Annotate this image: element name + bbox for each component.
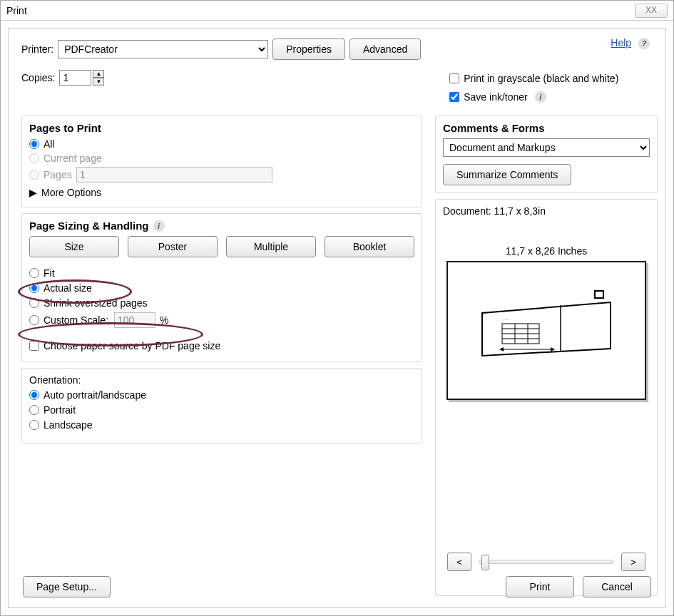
preview-caption: 11,7 x 8,26 Inches xyxy=(506,245,587,257)
fit-radio[interactable] xyxy=(29,268,39,278)
svg-marker-0 xyxy=(482,302,611,356)
preview-slider-thumb[interactable] xyxy=(481,555,489,570)
comments-select[interactable]: Document and Markups xyxy=(443,138,650,157)
cancel-button[interactable]: Cancel xyxy=(583,576,651,597)
custom-scale-label: Custom Scale: xyxy=(44,314,108,326)
pages-range-row: Pages xyxy=(29,167,414,183)
svg-text:···: ··· xyxy=(598,299,601,303)
orient-landscape-row: Landscape xyxy=(29,419,414,431)
print-dialog: Print XX Help ? Printer: PDFCreator Prop… xyxy=(0,0,674,616)
fit-label: Fit xyxy=(44,267,55,279)
fit-row: Fit xyxy=(29,267,414,279)
help-link[interactable]: Help xyxy=(611,37,631,48)
copies-step-up[interactable]: ▲ xyxy=(93,70,104,78)
pages-all-row: All xyxy=(29,138,414,150)
copies-label: Copies: xyxy=(21,72,55,83)
shrink-row: Shrink oversized pages xyxy=(29,297,414,309)
choose-paper-label: Choose paper source by PDF page size xyxy=(44,340,220,351)
sizing-panel: Page Sizing & Handling i Size Poster Mul… xyxy=(21,213,422,362)
pages-panel: Pages to Print All Current page Pages xyxy=(21,115,422,207)
summarize-comments-button[interactable]: Summarize Comments xyxy=(443,164,571,185)
actual-size-label: Actual size xyxy=(44,282,92,294)
grayscale-label: Print in grayscale (black and white) xyxy=(464,73,618,84)
sizing-title-text: Page Sizing & Handling xyxy=(29,220,149,232)
left-column: Pages to Print All Current page Pages xyxy=(21,115,422,596)
right-column: Comments & Forms Document and Markups Su… xyxy=(435,115,658,596)
multiple-tab-button[interactable]: Multiple xyxy=(226,236,316,257)
custom-scale-input xyxy=(114,312,155,328)
orientation-panel: Orientation: Auto portrait/landscape Por… xyxy=(21,368,422,443)
orient-auto-radio[interactable] xyxy=(29,390,39,400)
custom-scale-row: Custom Scale: % xyxy=(29,312,414,328)
advanced-button[interactable]: Advanced xyxy=(349,38,421,60)
info-icon[interactable]: i xyxy=(535,91,546,103)
help-icon[interactable]: ? xyxy=(638,38,650,49)
copies-stepper: ▲ ▼ xyxy=(93,70,104,86)
sizing-panel-title: Page Sizing & Handling i xyxy=(29,220,414,232)
choose-paper-checkbox[interactable] xyxy=(29,341,39,351)
pages-range-radio xyxy=(29,170,39,180)
orient-portrait-label: Portrait xyxy=(44,404,76,416)
top-section: Printer: PDFCreator Properties Advanced … xyxy=(21,38,653,104)
orient-portrait-row: Portrait xyxy=(29,404,414,416)
svg-rect-2 xyxy=(595,291,603,298)
document-dimensions: Document: 11,7 x 8,3in xyxy=(443,205,546,217)
main-columns: Pages to Print All Current page Pages xyxy=(21,115,653,596)
properties-button[interactable]: Properties xyxy=(272,38,345,60)
window-title: Print xyxy=(6,1,27,21)
right-buttons: Print Cancel xyxy=(506,576,651,597)
size-tab-button[interactable]: Size xyxy=(29,236,119,257)
grayscale-row: Print in grayscale (black and white) xyxy=(449,73,618,84)
pages-range-label: Pages xyxy=(44,169,72,180)
close-icon: XX xyxy=(645,0,657,20)
dialog-body: Help ? Printer: PDFCreator Properties Ad… xyxy=(8,28,666,608)
orientation-title: Orientation: xyxy=(29,374,414,386)
orient-portrait-radio[interactable] xyxy=(29,405,39,415)
preview-prev-button[interactable]: < xyxy=(447,553,471,571)
percent-label: % xyxy=(160,314,168,326)
close-button[interactable]: XX xyxy=(635,4,668,18)
custom-scale-radio[interactable] xyxy=(29,315,39,325)
comments-panel: Comments & Forms Document and Markups Su… xyxy=(435,115,658,193)
top-left: Printer: PDFCreator Properties Advanced … xyxy=(21,38,421,104)
pages-range-input xyxy=(76,167,272,183)
booklet-tab-button[interactable]: Booklet xyxy=(325,236,414,257)
preview-next-button[interactable]: > xyxy=(621,553,645,571)
preview-panel: Document: 11,7 x 8,3in 11,7 x 8,26 Inche… xyxy=(435,199,658,596)
printer-row: Printer: PDFCreator Properties Advanced xyxy=(21,38,421,60)
poster-tab-button[interactable]: Poster xyxy=(128,236,218,257)
grayscale-checkbox[interactable] xyxy=(449,73,459,83)
orient-auto-label: Auto portrait/landscape xyxy=(44,389,146,401)
shrink-label: Shrink oversized pages xyxy=(44,297,148,309)
preview-nav-row: < > xyxy=(443,553,650,571)
copies-row: Copies: ▲ ▼ xyxy=(21,70,421,86)
chevron-right-icon: ▶ xyxy=(29,187,37,198)
printer-select[interactable]: PDFCreator xyxy=(58,40,268,58)
more-options-toggle[interactable]: ▶ More Options xyxy=(29,187,414,198)
shrink-radio[interactable] xyxy=(29,298,39,308)
more-options-label: More Options xyxy=(41,187,101,198)
orient-landscape-label: Landscape xyxy=(44,419,93,431)
actual-size-radio[interactable] xyxy=(29,283,39,293)
choose-paper-row: Choose paper source by PDF page size xyxy=(29,340,220,351)
pages-all-radio[interactable] xyxy=(29,139,39,149)
info-icon[interactable]: i xyxy=(153,220,165,232)
svg-marker-12 xyxy=(499,347,504,351)
pages-current-row: Current page xyxy=(29,153,414,164)
copies-step-down[interactable]: ▼ xyxy=(93,78,104,86)
svg-text:····: ···· xyxy=(504,317,509,322)
titlebar: Print XX xyxy=(1,1,673,21)
preview-slider[interactable] xyxy=(479,560,614,564)
pages-panel-title: Pages to Print xyxy=(29,122,414,134)
help-area: Help ? xyxy=(611,37,650,49)
print-button[interactable]: Print xyxy=(506,576,574,597)
preview-page: ··· ···· xyxy=(446,261,646,400)
page-setup-button[interactable]: Page Setup... xyxy=(23,576,111,597)
bottom-row: Page Setup... Print Cancel xyxy=(23,576,651,597)
orient-auto-row: Auto portrait/landscape xyxy=(29,389,414,401)
copies-input[interactable] xyxy=(59,70,91,86)
orient-landscape-radio[interactable] xyxy=(29,420,39,430)
saveink-checkbox[interactable] xyxy=(449,92,459,102)
saveink-label: Save ink/toner xyxy=(464,91,528,103)
comments-panel-title: Comments & Forms xyxy=(443,122,650,134)
